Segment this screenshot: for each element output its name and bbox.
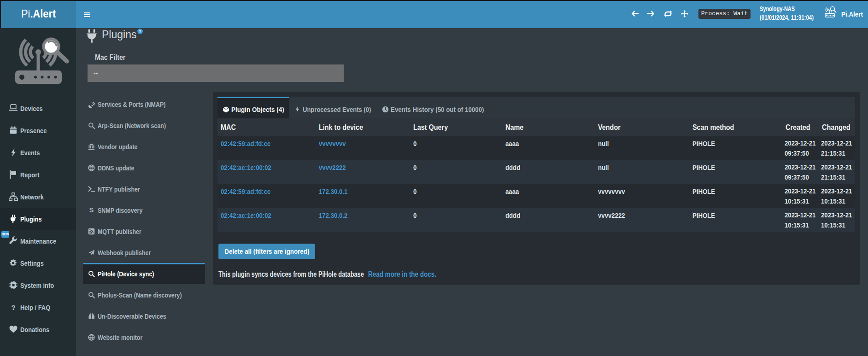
svg-text:?: ? bbox=[11, 303, 15, 311]
svg-text:S: S bbox=[89, 207, 94, 214]
